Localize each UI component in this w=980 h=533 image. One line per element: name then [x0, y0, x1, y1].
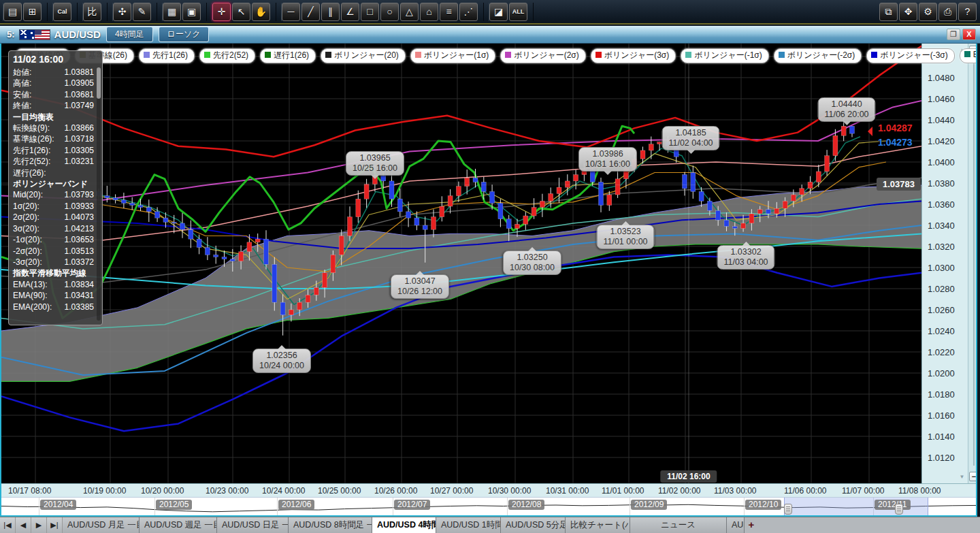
zoom-out-button[interactable]: −: [969, 472, 977, 481]
candle: [323, 273, 327, 288]
restore-window-button[interactable]: ❐: [947, 29, 960, 40]
candle: [691, 173, 696, 192]
calendar-icon[interactable]: Cal: [53, 3, 71, 21]
compare-icon[interactable]: 比: [83, 3, 101, 21]
fullscreen-icon[interactable]: ✥: [899, 3, 917, 21]
price-tick: 1.0340: [928, 221, 955, 231]
navigator-handle-right[interactable]: [895, 504, 903, 515]
fan-lines-tool-icon[interactable]: ⋰: [459, 3, 478, 21]
legend-pill-10[interactable]: ボリンジャー(-1σ): [681, 48, 768, 63]
usd-flag-icon: [35, 30, 50, 39]
legend-pill-8[interactable]: ボリンジャー(2σ): [500, 48, 585, 63]
candle: [498, 203, 503, 219]
candlestick-chart[interactable]: [1, 44, 921, 483]
aud-flag-icon: [20, 30, 35, 39]
indicator-editor-icon[interactable]: ✣: [113, 3, 131, 21]
trendline-tool-icon[interactable]: ╱: [301, 3, 320, 21]
chart-tab-9[interactable]: ニュース: [630, 517, 727, 533]
draw-pencil-icon[interactable]: ✎: [133, 3, 151, 21]
save-icon[interactable]: ▣: [182, 3, 201, 21]
info-row: 終値:1.03749: [13, 100, 101, 111]
candle: [515, 224, 520, 228]
legend-pill-13[interactable]: EMA(13): [960, 48, 977, 63]
date-tick: 10/27 00:00: [430, 486, 473, 496]
close-window-button[interactable]: X: [962, 29, 976, 40]
price-tick: 1.0360: [928, 199, 955, 210]
info-row-value: 1.03653: [65, 234, 94, 245]
info-row-label: 基準線(26):: [13, 133, 54, 144]
chart-tab-2[interactable]: AUD/USD 週足 一目均...: [140, 517, 217, 533]
vertical-scrollbar[interactable]: + −: [968, 44, 977, 483]
print-icon[interactable]: ⎙: [938, 3, 957, 21]
navigator-handle-left[interactable]: [784, 504, 792, 515]
eraser-icon[interactable]: ◪: [489, 3, 508, 21]
candle: [306, 295, 310, 302]
hline-tool-icon[interactable]: ─: [282, 3, 300, 21]
info-section-header: ボリンジャーバンド: [13, 178, 101, 189]
candle: [456, 187, 461, 196]
candle: [297, 302, 302, 310]
timeframe-button[interactable]: 4時間足: [106, 27, 153, 42]
swing-price: 1.04440: [824, 99, 868, 110]
legend-pill-9[interactable]: ボリンジャー(3σ): [591, 48, 676, 63]
legend-pill-7[interactable]: ボリンジャー(1σ): [410, 48, 495, 63]
chart-type-button[interactable]: ローソク: [159, 27, 210, 42]
price-scroll-down-icon[interactable]: ▼: [958, 473, 966, 481]
legend-pill-4[interactable]: 先行2(52): [199, 48, 255, 63]
chart-tab-7[interactable]: AUD/USD 5分足 一目...: [501, 517, 566, 533]
tab-scroll-last[interactable]: ▶|: [47, 517, 63, 533]
chart-tab-3[interactable]: AUD/USD 日足 一目均...: [217, 517, 289, 533]
pan-tool-icon[interactable]: ✋: [252, 3, 270, 21]
price-axis[interactable]: ▲ ▼ 1.05001.04801.04601.04401.04201.0400…: [921, 44, 968, 483]
tab-scroll-prev[interactable]: ◀: [16, 517, 31, 533]
legend-pill-11[interactable]: ボリンジャー(-2σ): [774, 48, 862, 63]
parallel-lines-tool-icon[interactable]: ∥: [321, 3, 340, 21]
swing-price: 1.02356: [259, 351, 304, 361]
candle: [230, 259, 235, 261]
pointer-tool-icon[interactable]: ↖: [232, 3, 250, 21]
scrollbar-track[interactable]: [973, 57, 975, 466]
fibonacci-tool-icon[interactable]: ≡: [440, 3, 458, 21]
chart-settings-icon[interactable]: ▦: [163, 3, 181, 21]
legend-pill-6[interactable]: ボリンジャー(20): [321, 48, 406, 63]
windows-icon[interactable]: ⧉: [879, 3, 898, 21]
chart-tab-8[interactable]: 比較チャート(パーセント...: [566, 517, 630, 533]
chart-tab-6[interactable]: AUD/USD 1時間足 一...: [436, 517, 501, 533]
candle: [205, 248, 210, 255]
swing-time: 11/02 04:00: [668, 138, 713, 148]
chart-tab-1[interactable]: AUD/USD 月足 一目均...: [63, 517, 140, 533]
settings-gear-icon[interactable]: ⚙: [919, 3, 937, 21]
date-tick: 10/31 00:00: [546, 486, 589, 496]
range-navigator[interactable]: 2012/042012/052012/062012/072012/082012/…: [1, 497, 977, 515]
price-tick: 1.0160: [928, 410, 955, 421]
legend-pill-5[interactable]: 遅行1(26): [260, 48, 316, 63]
erase-all-icon[interactable]: ALL: [509, 3, 527, 21]
chart-tab-5[interactable]: AUD/USD 4時間足 ...: [372, 517, 436, 533]
polygon-tool-icon[interactable]: ⌂: [420, 3, 438, 21]
triangle-tool-icon[interactable]: △: [400, 3, 419, 21]
tab-scroll-next[interactable]: ▶: [31, 517, 47, 533]
price-tick: 1.0460: [928, 94, 955, 104]
rectangle-tool-icon[interactable]: □: [361, 3, 379, 21]
help-icon[interactable]: ?: [958, 3, 977, 21]
crosshair-tool-icon[interactable]: ✛: [212, 3, 231, 21]
tab-scroll-first[interactable]: |◀: [0, 517, 16, 533]
info-row-label: 1σ(20):: [13, 201, 39, 212]
legend-pill-12[interactable]: ボリンジャー(-3σ): [866, 48, 954, 63]
info-row-value: 1.03513: [65, 246, 94, 257]
add-tab-button[interactable]: +: [745, 517, 758, 533]
quote-list-icon[interactable]: ▤: [3, 3, 22, 21]
add-chart-icon[interactable]: ⊞: [23, 3, 42, 21]
ellipse-tool-icon[interactable]: ○: [380, 3, 399, 21]
info-panel-scrollbar[interactable]: [97, 67, 101, 321]
info-row: 転換線(9):1.03866: [13, 123, 101, 133]
date-axis[interactable]: 10/17 08:0010/19 00:0010/20 00:0010/23 0…: [1, 483, 977, 497]
legend-pill-3[interactable]: 先行1(26): [139, 48, 195, 63]
month-badge: 2012/08: [508, 500, 544, 510]
chart-tab-10[interactable]: AUD: [727, 517, 745, 533]
price-tick: 1.0140: [928, 432, 955, 442]
month-badge: 2012/06: [278, 500, 314, 510]
chart-tab-4[interactable]: AUD/USD 8時間足 一...: [289, 517, 372, 533]
angle-line-tool-icon[interactable]: ∠: [341, 3, 359, 21]
candle: [640, 150, 645, 159]
